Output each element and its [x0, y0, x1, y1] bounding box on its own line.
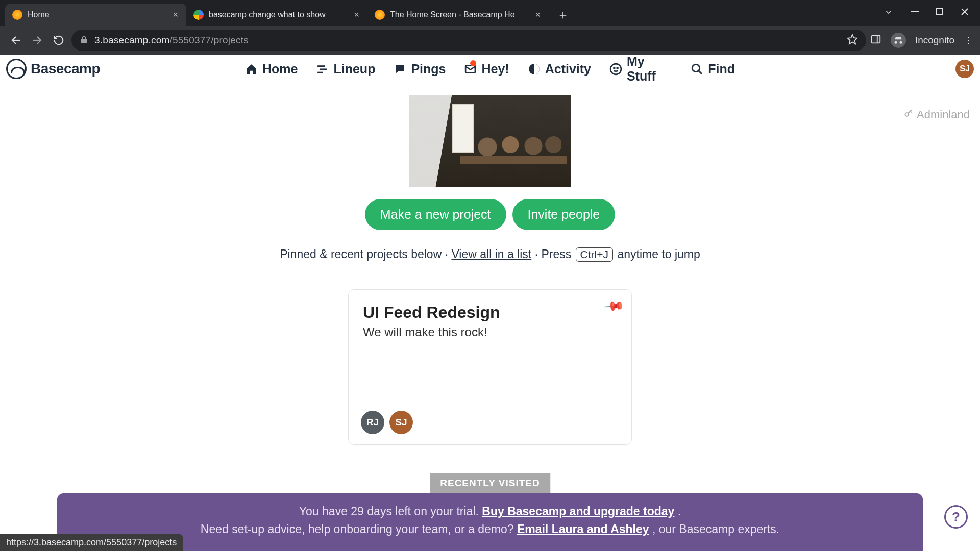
nav-lineup[interactable]: Lineup	[316, 62, 375, 77]
activity-icon	[528, 63, 541, 76]
member-avatar[interactable]: SJ	[389, 411, 413, 434]
status-bar: https://3.basecamp.com/5550377/projects	[0, 534, 183, 551]
basecamp-logo-icon	[6, 59, 27, 79]
nav-forward-button	[29, 32, 46, 49]
home-icon	[245, 63, 258, 76]
tab-close-icon[interactable]: ×	[534, 10, 542, 19]
svg-marker-6	[848, 35, 857, 44]
nav-find[interactable]: Find	[691, 62, 735, 77]
project-description: We will make this rock!	[363, 325, 617, 339]
svg-line-18	[699, 70, 702, 73]
nav-label: Activity	[545, 62, 591, 77]
side-panel-icon[interactable]	[870, 34, 881, 47]
browser-tab-strip: Home × basecamp change what to show × Th…	[0, 0, 980, 26]
pings-icon	[394, 63, 406, 76]
toolbar-right: Incognito ⋮	[870, 33, 973, 48]
recently-visited-heading: RECENTLY VISITED	[430, 473, 550, 493]
nav-back-button[interactable]	[7, 32, 24, 49]
lineup-icon	[316, 63, 329, 76]
tab-title: The Home Screen - Basecamp He	[390, 10, 529, 19]
kbd-shortcut: Ctrl+J	[576, 247, 613, 262]
svg-point-15	[614, 67, 615, 68]
question-icon: ?	[952, 509, 960, 525]
trial-text: You have 29 days left on your trial.	[299, 505, 482, 518]
bookmark-star-icon[interactable]	[847, 34, 858, 47]
project-title: UI Feed Redesign	[363, 303, 617, 322]
make-new-project-button[interactable]: Make a new project	[365, 199, 506, 230]
trial-text: , our Basecamp experts.	[652, 522, 779, 536]
helper-suffix: anytime to jump	[617, 247, 700, 261]
tab-close-icon[interactable]: ×	[172, 10, 179, 19]
project-members: RJ SJ	[361, 411, 413, 434]
app-header: Basecamp Home Lineup Pings Hey!	[0, 55, 980, 84]
url-host: 3.basecamp.com	[94, 35, 169, 45]
svg-rect-7	[872, 35, 880, 43]
tab-search-icon[interactable]	[884, 8, 893, 17]
address-bar[interactable]: 3.basecamp.com/5550377/projects	[71, 30, 866, 51]
svg-point-16	[617, 67, 618, 68]
browser-toolbar: 3.basecamp.com/5550377/projects Incognit…	[0, 26, 980, 55]
trial-text: Need set-up advice, help onboarding your…	[201, 522, 517, 536]
window-maximize-icon[interactable]	[936, 8, 943, 17]
window-controls	[859, 8, 980, 26]
nav-reload-button[interactable]	[50, 32, 67, 49]
trial-banner: You have 29 days left on your trial. Buy…	[57, 493, 923, 551]
svg-rect-1	[937, 8, 943, 14]
status-url: https://3.basecamp.com/5550377/projects	[6, 537, 177, 547]
favicon-basecamp-icon	[375, 10, 385, 20]
adminland-label: Adminland	[917, 108, 970, 121]
view-all-link[interactable]: View all in a list	[451, 247, 531, 261]
hey-icon	[464, 63, 477, 76]
member-avatar[interactable]: RJ	[361, 411, 384, 434]
basecamp-logo[interactable]: Basecamp	[6, 59, 100, 79]
svg-point-19	[905, 113, 909, 116]
browser-tab[interactable]: The Home Screen - Basecamp He ×	[368, 4, 549, 26]
upgrade-link[interactable]: Buy Basecamp and upgrade today	[482, 505, 674, 518]
nav-pings[interactable]: Pings	[394, 62, 446, 77]
nav-mystuff[interactable]: My Stuff	[609, 54, 672, 84]
nav-label: Hey!	[481, 62, 509, 77]
nav-label: Find	[708, 62, 735, 77]
help-button[interactable]: ?	[944, 505, 968, 529]
user-avatar[interactable]: SJ	[955, 60, 974, 78]
tab-close-icon[interactable]: ×	[353, 10, 360, 19]
main-nav: Home Lineup Pings Hey! Activity	[245, 54, 735, 84]
page-content: Adminland Make a new project Invite peop…	[0, 84, 980, 551]
nav-label: Pings	[411, 62, 446, 77]
nav-label: My Stuff	[627, 54, 672, 84]
tab-title: Home	[28, 10, 166, 19]
search-icon	[691, 63, 703, 76]
nav-activity[interactable]: Activity	[528, 62, 591, 77]
mystuff-icon	[609, 63, 622, 76]
email-experts-link[interactable]: Email Laura and Ashley	[517, 522, 649, 536]
chrome-menu-icon[interactable]: ⋮	[964, 35, 973, 46]
new-tab-button[interactable]: ＋	[554, 6, 572, 24]
avatar-initials: RJ	[366, 417, 379, 428]
svg-point-17	[692, 64, 700, 72]
incognito-label: Incognito	[915, 35, 954, 46]
svg-point-14	[610, 64, 621, 74]
nav-label: Home	[262, 62, 298, 77]
tab-list: Home × basecamp change what to show × Th…	[5, 4, 859, 26]
cta-row: Make a new project Invite people	[0, 199, 980, 230]
window-minimize-icon[interactable]	[911, 8, 919, 17]
project-card[interactable]: 📌 UI Feed Redesign We will make this roc…	[348, 289, 632, 445]
favicon-basecamp-icon	[12, 10, 22, 20]
nav-home[interactable]: Home	[245, 62, 298, 77]
adminland-link[interactable]: Adminland	[903, 108, 970, 121]
basecamp-logo-text: Basecamp	[31, 61, 100, 77]
window-close-icon[interactable]	[961, 8, 969, 17]
svg-rect-11	[318, 71, 323, 73]
incognito-icon[interactable]	[891, 33, 906, 48]
nav-label: Lineup	[333, 62, 375, 77]
avatar-initials: SJ	[395, 417, 407, 428]
nav-hey[interactable]: Hey!	[464, 62, 509, 77]
browser-tab-active[interactable]: Home ×	[5, 4, 186, 26]
key-icon	[903, 108, 914, 121]
favicon-google-icon	[193, 10, 204, 20]
browser-tab[interactable]: basecamp change what to show ×	[186, 4, 368, 26]
tab-title: basecamp change what to show	[209, 10, 348, 19]
helper-text: Pinned & recent projects below · View al…	[0, 247, 980, 262]
invite-people-button[interactable]: Invite people	[512, 199, 616, 230]
lock-icon	[80, 35, 88, 46]
